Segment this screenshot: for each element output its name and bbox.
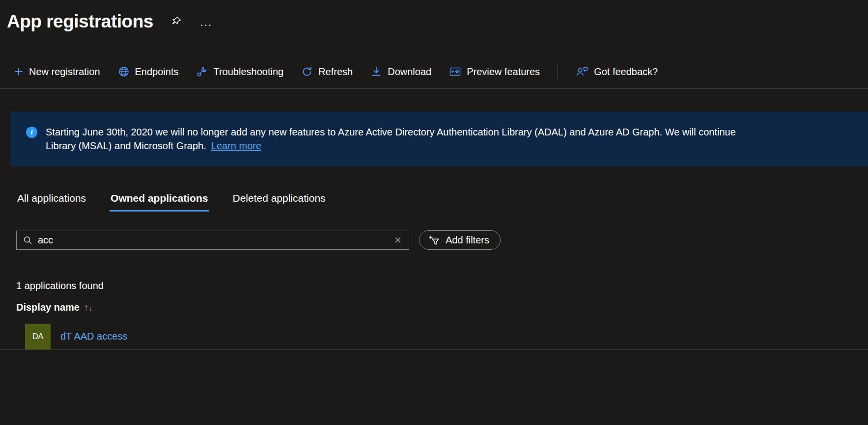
search-input[interactable] bbox=[38, 235, 388, 246]
filter-plus-icon bbox=[428, 235, 441, 246]
refresh-icon bbox=[301, 66, 313, 78]
banner-line-2: Library (MSAL) and Microsoft Graph.Learn… bbox=[46, 139, 868, 153]
toolbar-label: Endpoints bbox=[135, 66, 179, 78]
toolbar-label: Troubleshooting bbox=[213, 66, 283, 78]
search-filter-row: ✕ Add filters bbox=[0, 230, 868, 250]
learn-more-link[interactable]: Learn more bbox=[211, 140, 261, 151]
got-feedback-button[interactable]: Got feedback? bbox=[576, 66, 658, 78]
tab-deleted-applications[interactable]: Deleted applications bbox=[231, 192, 326, 212]
avatar: DA bbox=[25, 324, 51, 349]
preview-features-icon bbox=[449, 66, 461, 78]
pin-icon bbox=[171, 16, 182, 28]
more-options-button[interactable]: … bbox=[199, 17, 213, 27]
troubleshooting-button[interactable]: Troubleshooting bbox=[196, 66, 283, 78]
toolbar-label: Download bbox=[388, 66, 431, 78]
download-button[interactable]: Download bbox=[370, 66, 431, 78]
add-filters-label: Add filters bbox=[446, 235, 489, 246]
refresh-button[interactable]: Refresh bbox=[301, 66, 353, 78]
applications-table: DA dT AAD access bbox=[0, 323, 868, 350]
clear-search-icon[interactable]: ✕ bbox=[393, 236, 403, 245]
applications-tabs: All applications Owned applications Dele… bbox=[0, 192, 868, 212]
page-header: App registrations … bbox=[0, 0, 868, 33]
toolbar-divider bbox=[0, 88, 868, 89]
banner-text: Starting June 30th, 2020 we will no long… bbox=[46, 125, 868, 153]
sort-icon: ↑↓ bbox=[84, 302, 92, 313]
command-bar: New registration Endpoints Troubleshooti… bbox=[0, 64, 868, 80]
toolbar-label: Refresh bbox=[318, 66, 353, 78]
download-icon bbox=[370, 66, 382, 78]
toolbar-label: Preview features bbox=[467, 66, 540, 78]
applications-count: 1 applications found bbox=[0, 280, 868, 292]
info-icon: i bbox=[26, 127, 37, 138]
feedback-icon bbox=[576, 66, 588, 78]
add-filters-button[interactable]: Add filters bbox=[419, 230, 501, 250]
banner-line-1: Starting June 30th, 2020 we will no long… bbox=[46, 125, 868, 139]
page-title: App registrations bbox=[7, 10, 153, 33]
ellipsis-icon: … bbox=[199, 14, 213, 29]
banner-line-2-text: Library (MSAL) and Microsoft Graph. bbox=[46, 140, 206, 151]
tab-all-applications[interactable]: All applications bbox=[16, 192, 87, 212]
info-banner: i Starting June 30th, 2020 we will no lo… bbox=[10, 111, 868, 166]
globe-icon bbox=[118, 66, 130, 78]
toolbar-separator bbox=[558, 65, 558, 79]
toolbar-label: Got feedback? bbox=[594, 66, 658, 78]
toolbar-label: New registration bbox=[29, 66, 100, 78]
wrench-icon bbox=[196, 66, 208, 78]
new-registration-button[interactable]: New registration bbox=[14, 66, 100, 78]
pin-button[interactable] bbox=[171, 16, 182, 28]
table-row[interactable]: DA dT AAD access bbox=[0, 323, 868, 350]
column-header-display-name[interactable]: Display name ↑↓ bbox=[0, 302, 92, 313]
search-icon bbox=[23, 236, 32, 245]
plus-icon bbox=[14, 67, 24, 77]
sort-down-icon: ↓ bbox=[88, 304, 92, 312]
preview-features-button[interactable]: Preview features bbox=[449, 66, 540, 78]
endpoints-button[interactable]: Endpoints bbox=[118, 66, 179, 78]
column-header-label: Display name bbox=[16, 302, 80, 313]
tab-owned-applications[interactable]: Owned applications bbox=[110, 192, 209, 212]
application-link[interactable]: dT AAD access bbox=[60, 331, 127, 342]
search-box: ✕ bbox=[16, 231, 409, 250]
